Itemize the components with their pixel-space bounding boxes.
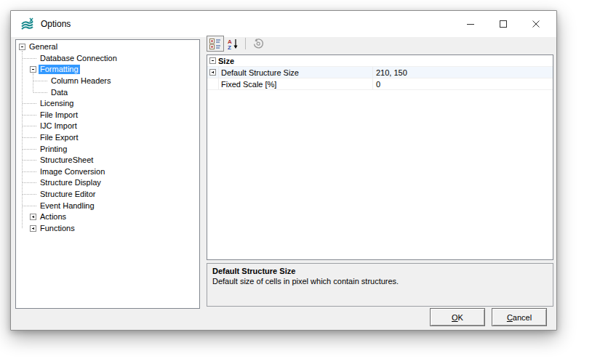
- tree-connector: [23, 160, 36, 161]
- tree-item-label[interactable]: Image Conversion: [39, 167, 106, 177]
- options-tree: GeneralDatabase ConnectionFormattingColu…: [15, 39, 200, 309]
- tree-item-file-import[interactable]: File Import: [16, 110, 199, 121]
- tree-item-label[interactable]: Column Headers: [49, 76, 113, 86]
- tree-item-label[interactable]: File Import: [39, 110, 79, 120]
- expand-toggle-icon[interactable]: [30, 225, 36, 232]
- tree-connector: [23, 103, 36, 104]
- tree-connector: [23, 171, 36, 172]
- tree-item-database-connection[interactable]: Database Connection: [16, 53, 199, 65]
- tree-item-image-conversion[interactable]: Image Conversion: [16, 166, 199, 178]
- tree-item-formatting[interactable]: Formatting: [16, 64, 199, 76]
- property-name[interactable]: Fixed Scale [%]: [219, 78, 373, 89]
- tree-connector: [23, 58, 36, 59]
- tree-item-general[interactable]: General: [16, 41, 199, 53]
- minimize-button[interactable]: [454, 11, 487, 37]
- svg-text:Z: Z: [228, 44, 231, 50]
- category-row-size[interactable]: Size: [207, 55, 553, 67]
- ok-button[interactable]: OK: [430, 308, 485, 326]
- collapse-toggle-icon[interactable]: [19, 44, 25, 50]
- titlebar[interactable]: Options: [11, 11, 556, 37]
- property-value[interactable]: 210, 150: [373, 68, 553, 77]
- property-row-fixed-scale[interactable]: Fixed Scale [%]0: [207, 78, 553, 90]
- row-gutter: [207, 78, 219, 89]
- tree-item-label[interactable]: General: [28, 42, 59, 52]
- tree-connector: [23, 115, 36, 116]
- tree-connector: [23, 182, 36, 183]
- tree-item-file-export[interactable]: File Export: [16, 132, 199, 144]
- tree-item-ijc-import[interactable]: IJC Import: [16, 121, 199, 132]
- tree-item-actions[interactable]: Actions: [16, 211, 199, 223]
- tree-connector: [23, 149, 36, 150]
- tree-connector: [23, 206, 36, 206]
- tree-item-structure-editor[interactable]: Structure Editor: [16, 189, 199, 201]
- tree-item-printing[interactable]: Printing: [16, 143, 199, 155]
- reset-button[interactable]: [249, 36, 267, 52]
- property-name[interactable]: Default Structure Size: [219, 67, 373, 78]
- tree-item-label[interactable]: Licensing: [39, 99, 75, 108]
- cancel-button[interactable]: Cancel: [492, 308, 547, 326]
- tree-item-structure-display[interactable]: Structure Display: [16, 177, 199, 189]
- tree-item-label[interactable]: StructureSheet: [39, 155, 95, 165]
- tree-item-data[interactable]: Data: [16, 86, 199, 98]
- expand-toggle-icon[interactable]: [30, 214, 36, 220]
- tree-connector: [23, 137, 36, 138]
- app-icon: [20, 17, 35, 31]
- screen: Options GeneralDatabase ConnectionFormat…: [0, 0, 592, 364]
- tree-item-label[interactable]: Event Handling: [39, 201, 96, 211]
- reset-icon: [252, 38, 264, 49]
- tree-item-label[interactable]: Printing: [39, 145, 68, 154]
- tree-connector: [23, 126, 36, 126]
- tree-item-label[interactable]: Actions: [39, 212, 68, 222]
- description-text: Default size of cells in pixel which con…: [212, 277, 548, 286]
- close-button[interactable]: [519, 11, 552, 37]
- collapse-toggle-icon[interactable]: [209, 57, 216, 64]
- tree-connector: [33, 81, 47, 81]
- categorized-view-button[interactable]: [207, 36, 224, 52]
- window-title: Options: [41, 19, 71, 29]
- alphabetical-sort-button[interactable]: A Z: [224, 36, 241, 52]
- expand-toggle-icon[interactable]: [209, 69, 216, 76]
- description-title: Default Structure Size: [212, 267, 548, 275]
- toolbar-separator: [245, 38, 246, 49]
- tree-item-event-handling[interactable]: Event Handling: [16, 200, 199, 211]
- tree-item-label[interactable]: Structure Display: [39, 178, 103, 187]
- property-grid-toolbar: A Z: [207, 35, 267, 52]
- maximize-button[interactable]: [487, 11, 519, 37]
- options-dialog: Options GeneralDatabase ConnectionFormat…: [10, 10, 557, 331]
- tree-item-label[interactable]: Formatting: [39, 65, 80, 74]
- tree-connector: [23, 194, 36, 195]
- tree-item-functions[interactable]: Functions: [16, 223, 199, 235]
- categorized-icon: [209, 38, 221, 49]
- tree-item-structuresheet[interactable]: StructureSheet: [16, 155, 199, 166]
- description-panel: Default Structure Size Default size of c…: [207, 263, 553, 307]
- tree-connector: [33, 92, 47, 93]
- alphabetical-sort-icon: A Z: [227, 38, 239, 49]
- property-value[interactable]: 0: [373, 80, 553, 89]
- dialog-buttons: OK Cancel: [430, 308, 547, 326]
- tree-item-licensing[interactable]: Licensing: [16, 98, 199, 110]
- property-grid: Size Default Structure Size210, 150Fixed…: [207, 54, 553, 260]
- category-label: Size: [218, 57, 234, 65]
- tree-item-label[interactable]: Functions: [39, 224, 76, 233]
- tree-item-label[interactable]: IJC Import: [39, 121, 79, 131]
- property-row-default-structure-size[interactable]: Default Structure Size210, 150: [207, 67, 553, 78]
- tree-item-label[interactable]: File Export: [39, 133, 80, 142]
- collapse-toggle-icon[interactable]: [30, 66, 36, 73]
- window-controls: [454, 11, 552, 37]
- tree-item-label[interactable]: Database Connection: [39, 54, 119, 63]
- tree-item-label[interactable]: Structure Editor: [39, 190, 97, 199]
- tree-item-column-headers[interactable]: Column Headers: [16, 76, 199, 87]
- row-gutter: [207, 67, 219, 78]
- tree-item-label[interactable]: Data: [49, 88, 69, 97]
